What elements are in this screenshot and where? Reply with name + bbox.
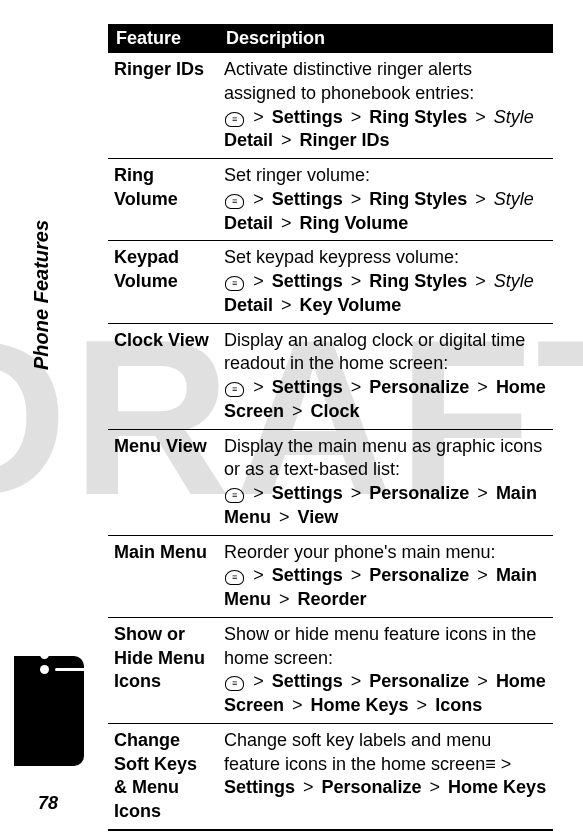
- feature-description: Display an analog clock or digital time …: [218, 323, 553, 429]
- feature-name: Show or Hide Menu Icons: [108, 617, 218, 723]
- menu-path-item: Settings: [272, 671, 343, 691]
- menu-path-item: Clock: [311, 401, 360, 421]
- feature-description: Reorder your phone's main menu:≡ > Setti…: [218, 535, 553, 617]
- menu-path-item: Settings: [272, 565, 343, 585]
- feature-name: Ringer IDs: [108, 53, 218, 159]
- thumb-tab-icon: [40, 620, 86, 680]
- menu-path-item: Key Volume: [300, 295, 402, 315]
- menu-key-icon: ≡: [225, 194, 244, 209]
- menu-path-item: Personalize: [322, 777, 422, 797]
- menu-path-item: Style: [494, 107, 534, 127]
- path-separator: >: [276, 130, 297, 150]
- description-text: Reorder your phone's main menu:: [224, 542, 496, 562]
- feature-description: Show or hide menu feature icons in the h…: [218, 617, 553, 723]
- path-separator: >: [346, 671, 367, 691]
- menu-path-item: Settings: [272, 483, 343, 503]
- table-row: Change Soft Keys & Menu IconsChange soft…: [108, 723, 553, 830]
- path-separator: >: [248, 377, 269, 397]
- path-separator: >: [248, 107, 269, 127]
- menu-key-icon: ≡: [225, 276, 244, 291]
- menu-path-item: Home Keys: [311, 695, 409, 715]
- path-separator: >: [346, 189, 367, 209]
- table-row: Main MenuReorder your phone's main menu:…: [108, 535, 553, 617]
- description-text: Display the main menu as graphic icons o…: [224, 436, 542, 480]
- feature-name: Clock View: [108, 323, 218, 429]
- table-row: Ringer IDsActivate distinctive ringer al…: [108, 53, 553, 159]
- menu-key-icon: ≡: [225, 382, 244, 397]
- menu-path-item: View: [298, 507, 339, 527]
- path-separator: >: [346, 377, 367, 397]
- path-separator: >: [276, 295, 297, 315]
- table-row: Keypad VolumeSet keypad keypress volume:…: [108, 241, 553, 323]
- table-row: Menu ViewDisplay the main menu as graphi…: [108, 429, 553, 535]
- menu-path-item: Ring Styles: [369, 271, 467, 291]
- menu-key-icon: ≡: [225, 676, 244, 691]
- page-number: 78: [38, 793, 58, 814]
- path-separator: >: [248, 671, 269, 691]
- path-separator: >: [274, 589, 295, 609]
- menu-path-item: Ring Styles: [369, 107, 467, 127]
- col-header-feature: Feature: [108, 24, 218, 53]
- feature-description: Display the main menu as graphic icons o…: [218, 429, 553, 535]
- thumb-tab: [14, 656, 84, 766]
- path-separator: >: [248, 483, 269, 503]
- menu-path-item: Style: [494, 189, 534, 209]
- feature-name: Main Menu: [108, 535, 218, 617]
- menu-key-icon: ≡: [225, 112, 244, 127]
- feature-description: Set keypad keypress volume:≡ > Settings …: [218, 241, 553, 323]
- menu-path-item: Personalize: [369, 565, 469, 585]
- feature-table: Feature Description Ringer IDsActivate d…: [108, 24, 553, 831]
- path-separator: >: [346, 107, 367, 127]
- description-text: Set keypad keypress volume:: [224, 247, 459, 267]
- feature-name: Keypad Volume: [108, 241, 218, 323]
- feature-description: Set ringer volume:≡ > Settings > Ring St…: [218, 159, 553, 241]
- path-separator: >: [276, 213, 297, 233]
- description-text: Show or hide menu feature icons in the h…: [224, 624, 536, 668]
- table-row: Show or Hide Menu IconsShow or hide menu…: [108, 617, 553, 723]
- table-row: Ring VolumeSet ringer volume:≡ > Setting…: [108, 159, 553, 241]
- path-separator: >: [412, 695, 433, 715]
- menu-path-item: Personalize: [369, 483, 469, 503]
- menu-path-item: Personalize: [369, 671, 469, 691]
- menu-path-item: Reorder: [298, 589, 367, 609]
- content-area: Feature Description Ringer IDsActivate d…: [108, 24, 553, 831]
- page-container: Feature Description Ringer IDsActivate d…: [0, 0, 583, 836]
- path-separator: >: [470, 107, 491, 127]
- path-separator: >: [470, 271, 491, 291]
- menu-path-item: Settings: [272, 377, 343, 397]
- description-text: Display an analog clock or digital time …: [224, 330, 525, 374]
- path-separator: >: [346, 483, 367, 503]
- menu-path-item: Settings: [272, 271, 343, 291]
- path-separator: >: [274, 507, 295, 527]
- menu-path-item: Settings: [272, 189, 343, 209]
- menu-path-item: Settings: [224, 777, 295, 797]
- menu-key-icon: ≡: [485, 754, 496, 774]
- menu-key-icon: ≡: [225, 488, 244, 503]
- path-separator: >: [472, 483, 493, 503]
- description-text: Set ringer volume:: [224, 165, 370, 185]
- menu-path-item: Style: [494, 271, 534, 291]
- path-separator: >: [346, 271, 367, 291]
- feature-description: Change soft key labels and menu feature …: [218, 723, 553, 830]
- path-separator: >: [346, 565, 367, 585]
- path-separator: >: [248, 271, 269, 291]
- table-row: Clock ViewDisplay an analog clock or dig…: [108, 323, 553, 429]
- path-separator: >: [298, 777, 319, 797]
- col-header-description: Description: [218, 24, 553, 53]
- path-separator: >: [470, 189, 491, 209]
- path-separator: >: [472, 671, 493, 691]
- path-separator: >: [472, 377, 493, 397]
- menu-path-item: Icons: [435, 695, 482, 715]
- feature-name: Ring Volume: [108, 159, 218, 241]
- menu-path-item: Ring Styles: [369, 189, 467, 209]
- path-separator: >: [472, 565, 493, 585]
- menu-key-icon: ≡: [225, 570, 244, 585]
- menu-path-item: Ring Volume: [300, 213, 409, 233]
- menu-path-item: Settings: [272, 107, 343, 127]
- path-separator: >: [248, 565, 269, 585]
- path-separator: >: [287, 401, 308, 421]
- path-separator: >: [287, 695, 308, 715]
- side-section-label: Phone Features: [30, 220, 53, 370]
- menu-path-item: Detail: [224, 295, 273, 315]
- menu-path-item: Detail: [224, 130, 273, 150]
